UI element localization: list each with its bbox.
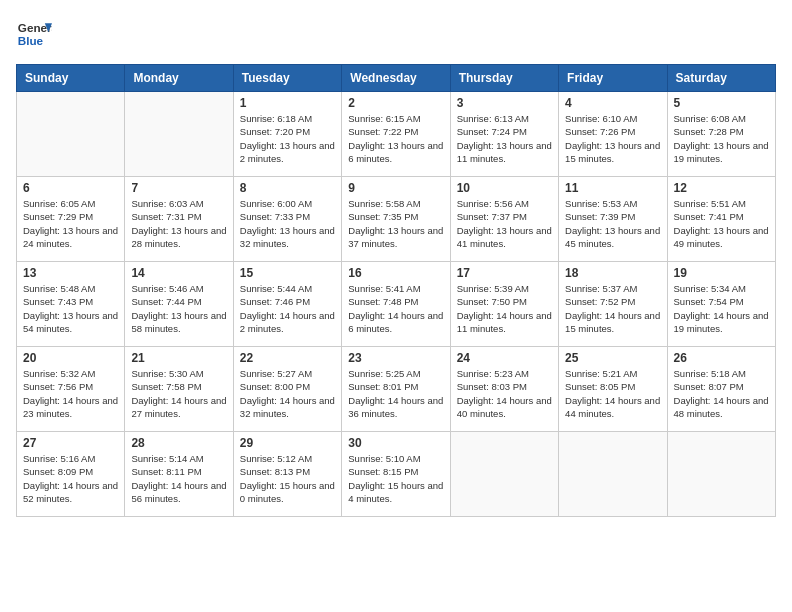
day-content: Sunrise: 5:25 AM Sunset: 8:01 PM Dayligh…	[348, 367, 443, 420]
day-content: Sunrise: 5:21 AM Sunset: 8:05 PM Dayligh…	[565, 367, 660, 420]
day-number: 23	[348, 351, 443, 365]
day-content: Sunrise: 5:34 AM Sunset: 7:54 PM Dayligh…	[674, 282, 769, 335]
calendar-cell	[17, 92, 125, 177]
calendar-cell: 16Sunrise: 5:41 AM Sunset: 7:48 PM Dayli…	[342, 262, 450, 347]
day-number: 8	[240, 181, 335, 195]
day-content: Sunrise: 5:46 AM Sunset: 7:44 PM Dayligh…	[131, 282, 226, 335]
svg-text:Blue: Blue	[18, 34, 44, 47]
day-content: Sunrise: 6:08 AM Sunset: 7:28 PM Dayligh…	[674, 112, 769, 165]
calendar-cell: 23Sunrise: 5:25 AM Sunset: 8:01 PM Dayli…	[342, 347, 450, 432]
calendar-cell: 6Sunrise: 6:05 AM Sunset: 7:29 PM Daylig…	[17, 177, 125, 262]
page-header: General Blue	[16, 16, 776, 52]
day-content: Sunrise: 6:18 AM Sunset: 7:20 PM Dayligh…	[240, 112, 335, 165]
calendar-cell: 29Sunrise: 5:12 AM Sunset: 8:13 PM Dayli…	[233, 432, 341, 517]
day-number: 24	[457, 351, 552, 365]
week-row-4: 20Sunrise: 5:32 AM Sunset: 7:56 PM Dayli…	[17, 347, 776, 432]
day-content: Sunrise: 5:18 AM Sunset: 8:07 PM Dayligh…	[674, 367, 769, 420]
day-content: Sunrise: 5:27 AM Sunset: 8:00 PM Dayligh…	[240, 367, 335, 420]
day-number: 30	[348, 436, 443, 450]
day-number: 12	[674, 181, 769, 195]
day-content: Sunrise: 5:16 AM Sunset: 8:09 PM Dayligh…	[23, 452, 118, 505]
day-number: 21	[131, 351, 226, 365]
calendar-cell: 4Sunrise: 6:10 AM Sunset: 7:26 PM Daylig…	[559, 92, 667, 177]
day-content: Sunrise: 5:56 AM Sunset: 7:37 PM Dayligh…	[457, 197, 552, 250]
day-content: Sunrise: 5:30 AM Sunset: 7:58 PM Dayligh…	[131, 367, 226, 420]
calendar-cell: 30Sunrise: 5:10 AM Sunset: 8:15 PM Dayli…	[342, 432, 450, 517]
day-number: 20	[23, 351, 118, 365]
day-header-sunday: Sunday	[17, 65, 125, 92]
day-number: 25	[565, 351, 660, 365]
day-number: 28	[131, 436, 226, 450]
day-number: 17	[457, 266, 552, 280]
calendar-cell: 14Sunrise: 5:46 AM Sunset: 7:44 PM Dayli…	[125, 262, 233, 347]
day-number: 18	[565, 266, 660, 280]
calendar-cell: 1Sunrise: 6:18 AM Sunset: 7:20 PM Daylig…	[233, 92, 341, 177]
calendar-cell	[125, 92, 233, 177]
day-content: Sunrise: 6:15 AM Sunset: 7:22 PM Dayligh…	[348, 112, 443, 165]
week-row-5: 27Sunrise: 5:16 AM Sunset: 8:09 PM Dayli…	[17, 432, 776, 517]
day-number: 26	[674, 351, 769, 365]
day-header-friday: Friday	[559, 65, 667, 92]
day-number: 13	[23, 266, 118, 280]
day-number: 3	[457, 96, 552, 110]
day-content: Sunrise: 6:05 AM Sunset: 7:29 PM Dayligh…	[23, 197, 118, 250]
day-content: Sunrise: 5:39 AM Sunset: 7:50 PM Dayligh…	[457, 282, 552, 335]
day-number: 27	[23, 436, 118, 450]
day-content: Sunrise: 5:37 AM Sunset: 7:52 PM Dayligh…	[565, 282, 660, 335]
calendar-cell: 9Sunrise: 5:58 AM Sunset: 7:35 PM Daylig…	[342, 177, 450, 262]
calendar-cell: 7Sunrise: 6:03 AM Sunset: 7:31 PM Daylig…	[125, 177, 233, 262]
calendar-cell	[667, 432, 775, 517]
calendar-cell	[559, 432, 667, 517]
calendar-cell: 22Sunrise: 5:27 AM Sunset: 8:00 PM Dayli…	[233, 347, 341, 432]
day-header-thursday: Thursday	[450, 65, 558, 92]
day-content: Sunrise: 5:51 AM Sunset: 7:41 PM Dayligh…	[674, 197, 769, 250]
day-number: 2	[348, 96, 443, 110]
day-number: 7	[131, 181, 226, 195]
calendar-cell: 20Sunrise: 5:32 AM Sunset: 7:56 PM Dayli…	[17, 347, 125, 432]
day-header-tuesday: Tuesday	[233, 65, 341, 92]
day-content: Sunrise: 5:10 AM Sunset: 8:15 PM Dayligh…	[348, 452, 443, 505]
calendar-cell: 18Sunrise: 5:37 AM Sunset: 7:52 PM Dayli…	[559, 262, 667, 347]
calendar-cell: 12Sunrise: 5:51 AM Sunset: 7:41 PM Dayli…	[667, 177, 775, 262]
day-content: Sunrise: 5:53 AM Sunset: 7:39 PM Dayligh…	[565, 197, 660, 250]
calendar-cell: 11Sunrise: 5:53 AM Sunset: 7:39 PM Dayli…	[559, 177, 667, 262]
calendar-cell: 24Sunrise: 5:23 AM Sunset: 8:03 PM Dayli…	[450, 347, 558, 432]
calendar-cell: 5Sunrise: 6:08 AM Sunset: 7:28 PM Daylig…	[667, 92, 775, 177]
day-number: 11	[565, 181, 660, 195]
day-number: 5	[674, 96, 769, 110]
day-number: 14	[131, 266, 226, 280]
week-row-3: 13Sunrise: 5:48 AM Sunset: 7:43 PM Dayli…	[17, 262, 776, 347]
day-number: 10	[457, 181, 552, 195]
day-content: Sunrise: 6:00 AM Sunset: 7:33 PM Dayligh…	[240, 197, 335, 250]
day-number: 6	[23, 181, 118, 195]
day-content: Sunrise: 5:44 AM Sunset: 7:46 PM Dayligh…	[240, 282, 335, 335]
day-content: Sunrise: 6:13 AM Sunset: 7:24 PM Dayligh…	[457, 112, 552, 165]
calendar-cell: 2Sunrise: 6:15 AM Sunset: 7:22 PM Daylig…	[342, 92, 450, 177]
calendar-cell: 19Sunrise: 5:34 AM Sunset: 7:54 PM Dayli…	[667, 262, 775, 347]
day-number: 4	[565, 96, 660, 110]
calendar-cell	[450, 432, 558, 517]
calendar-cell: 27Sunrise: 5:16 AM Sunset: 8:09 PM Dayli…	[17, 432, 125, 517]
week-row-2: 6Sunrise: 6:05 AM Sunset: 7:29 PM Daylig…	[17, 177, 776, 262]
day-content: Sunrise: 5:58 AM Sunset: 7:35 PM Dayligh…	[348, 197, 443, 250]
logo: General Blue	[16, 16, 52, 52]
calendar-cell: 26Sunrise: 5:18 AM Sunset: 8:07 PM Dayli…	[667, 347, 775, 432]
day-content: Sunrise: 5:32 AM Sunset: 7:56 PM Dayligh…	[23, 367, 118, 420]
day-content: Sunrise: 6:10 AM Sunset: 7:26 PM Dayligh…	[565, 112, 660, 165]
day-number: 16	[348, 266, 443, 280]
day-header-wednesday: Wednesday	[342, 65, 450, 92]
day-header-monday: Monday	[125, 65, 233, 92]
day-number: 1	[240, 96, 335, 110]
calendar-cell: 13Sunrise: 5:48 AM Sunset: 7:43 PM Dayli…	[17, 262, 125, 347]
day-number: 15	[240, 266, 335, 280]
calendar-cell: 25Sunrise: 5:21 AM Sunset: 8:05 PM Dayli…	[559, 347, 667, 432]
calendar-cell: 28Sunrise: 5:14 AM Sunset: 8:11 PM Dayli…	[125, 432, 233, 517]
calendar-cell: 17Sunrise: 5:39 AM Sunset: 7:50 PM Dayli…	[450, 262, 558, 347]
calendar-cell: 10Sunrise: 5:56 AM Sunset: 7:37 PM Dayli…	[450, 177, 558, 262]
calendar-cell: 15Sunrise: 5:44 AM Sunset: 7:46 PM Dayli…	[233, 262, 341, 347]
calendar-cell: 21Sunrise: 5:30 AM Sunset: 7:58 PM Dayli…	[125, 347, 233, 432]
day-content: Sunrise: 5:14 AM Sunset: 8:11 PM Dayligh…	[131, 452, 226, 505]
calendar-cell: 3Sunrise: 6:13 AM Sunset: 7:24 PM Daylig…	[450, 92, 558, 177]
day-number: 22	[240, 351, 335, 365]
day-content: Sunrise: 5:23 AM Sunset: 8:03 PM Dayligh…	[457, 367, 552, 420]
